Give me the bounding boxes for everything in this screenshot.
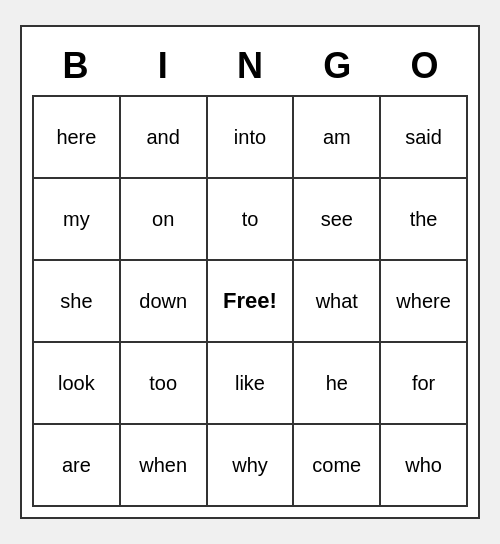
cell-r0-c0[interactable]: here	[34, 97, 121, 179]
cell-r4-c2[interactable]: why	[208, 425, 295, 507]
cell-r3-c4[interactable]: for	[381, 343, 468, 425]
cell-r1-c4[interactable]: the	[381, 179, 468, 261]
header-n: N	[206, 37, 293, 95]
cell-r4-c1[interactable]: when	[121, 425, 208, 507]
bingo-header: B I N G O	[32, 37, 468, 95]
cell-r3-c1[interactable]: too	[121, 343, 208, 425]
cell-r0-c3[interactable]: am	[294, 97, 381, 179]
cell-r3-c2[interactable]: like	[208, 343, 295, 425]
bingo-card: B I N G O hereandintoamsaidmyontoseethes…	[20, 25, 480, 519]
cell-r4-c0[interactable]: are	[34, 425, 121, 507]
cell-r2-c2[interactable]: Free!	[208, 261, 295, 343]
cell-r1-c3[interactable]: see	[294, 179, 381, 261]
cell-r3-c3[interactable]: he	[294, 343, 381, 425]
cell-r3-c0[interactable]: look	[34, 343, 121, 425]
header-g: G	[294, 37, 381, 95]
cell-r0-c2[interactable]: into	[208, 97, 295, 179]
cell-r2-c3[interactable]: what	[294, 261, 381, 343]
cell-r2-c0[interactable]: she	[34, 261, 121, 343]
cell-r1-c2[interactable]: to	[208, 179, 295, 261]
cell-r1-c1[interactable]: on	[121, 179, 208, 261]
cell-r0-c4[interactable]: said	[381, 97, 468, 179]
header-o: O	[381, 37, 468, 95]
cell-r2-c1[interactable]: down	[121, 261, 208, 343]
cell-r0-c1[interactable]: and	[121, 97, 208, 179]
cell-r4-c3[interactable]: come	[294, 425, 381, 507]
header-i: I	[119, 37, 206, 95]
cell-r2-c4[interactable]: where	[381, 261, 468, 343]
bingo-grid: hereandintoamsaidmyontoseetheshedownFree…	[32, 95, 468, 507]
cell-r4-c4[interactable]: who	[381, 425, 468, 507]
cell-r1-c0[interactable]: my	[34, 179, 121, 261]
header-b: B	[32, 37, 119, 95]
